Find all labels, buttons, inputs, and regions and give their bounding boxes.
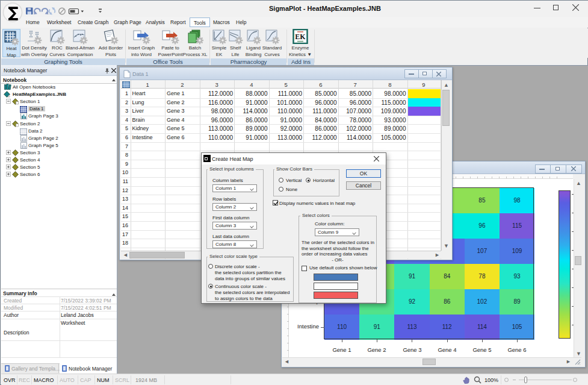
- svg-text:EK: EK: [295, 33, 306, 41]
